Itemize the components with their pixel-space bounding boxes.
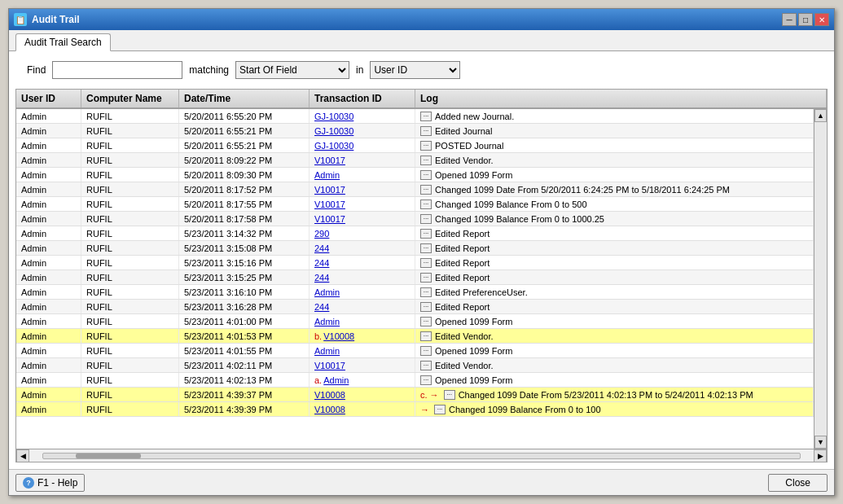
- cell-computer: RUFIL: [81, 314, 179, 328]
- transaction-link[interactable]: Admin: [314, 287, 340, 297]
- h-scroll-thumb[interactable]: [76, 454, 141, 458]
- transaction-link[interactable]: V10008: [314, 390, 345, 400]
- cell-computer: RUFIL: [81, 109, 179, 123]
- table-header: User ID Computer Name Date/Time Transact…: [16, 90, 827, 109]
- horizontal-scrollbar[interactable]: ◀ ▶: [16, 449, 827, 462]
- table-row: AdminRUFIL5/23/2011 4:39:39 PMV10008→ ··…: [16, 402, 814, 417]
- transaction-link[interactable]: 244: [314, 258, 329, 268]
- tab-audit-trail-search[interactable]: Audit Trail Search: [15, 33, 111, 51]
- transaction-link[interactable]: V10017: [314, 185, 345, 195]
- cell-user-id: Admin: [16, 197, 81, 211]
- cell-user-id: Admin: [16, 270, 81, 284]
- in-dropdown[interactable]: User ID Computer Name Transaction ID Log: [370, 61, 460, 79]
- cell-log: ···Edited Report: [415, 241, 814, 255]
- log-text: Changed 1099 Balance From 0 to 100: [449, 405, 601, 414]
- cell-datetime: 5/20/2011 6:55:21 PM: [179, 138, 310, 152]
- scroll-down-button[interactable]: ▼: [814, 436, 827, 449]
- scroll-right-button[interactable]: ▶: [814, 449, 827, 462]
- log-text: Edited Vendor.: [435, 156, 494, 165]
- scroll-left-button[interactable]: ◀: [16, 449, 29, 462]
- table-row: AdminRUFIL5/23/2011 4:01:55 PMAdmin···Op…: [16, 344, 814, 358]
- cell-user-id: Admin: [16, 168, 81, 182]
- cell-user-id: Admin: [16, 314, 81, 328]
- transaction-link[interactable]: 244: [314, 273, 329, 283]
- cell-transaction-id: 244: [310, 270, 415, 284]
- maximize-button[interactable]: □: [798, 13, 813, 26]
- cell-datetime: 5/20/2011 8:17:52 PM: [179, 182, 310, 196]
- matching-label: matching: [189, 64, 229, 76]
- audit-table: User ID Computer Name Date/Time Transact…: [15, 89, 828, 462]
- cell-transaction-id: Admin: [310, 285, 415, 299]
- cell-user-id: Admin: [16, 256, 81, 270]
- table-body[interactable]: AdminRUFIL5/20/2011 6:55:20 PMGJ-10030··…: [16, 109, 814, 417]
- table-row: AdminRUFIL5/20/2011 8:17:52 PMV10017···C…: [16, 182, 814, 197]
- cell-datetime: 5/20/2011 8:17:58 PM: [179, 212, 310, 226]
- content-area: Find matching Start Of Field Any Part Of…: [9, 51, 834, 469]
- help-button[interactable]: ? F1 - Help: [15, 474, 85, 492]
- table-row: AdminRUFIL5/23/2011 4:39:37 PMV10008c. →…: [16, 388, 814, 402]
- cell-datetime: 5/23/2011 4:01:53 PM: [179, 329, 310, 343]
- window-close-button[interactable]: ✕: [814, 13, 829, 26]
- cell-computer: RUFIL: [81, 285, 179, 299]
- transaction-link[interactable]: 244: [314, 243, 329, 253]
- cell-computer: RUFIL: [81, 402, 179, 416]
- log-icon: ···: [420, 375, 432, 385]
- find-input[interactable]: [52, 61, 182, 79]
- table-row: AdminRUFIL5/20/2011 6:55:20 PMGJ-10030··…: [16, 109, 814, 124]
- table-row: AdminRUFIL5/20/2011 6:55:21 PMGJ-10030··…: [16, 124, 814, 138]
- title-controls: ─ □ ✕: [782, 13, 829, 26]
- transaction-link[interactable]: GJ-10030: [314, 126, 353, 136]
- scroll-track: [814, 122, 827, 436]
- log-text: Opened 1099 Form: [435, 375, 512, 385]
- table-row: AdminRUFIL5/20/2011 8:09:22 PMV10017···E…: [16, 153, 814, 168]
- cell-computer: RUFIL: [81, 344, 179, 357]
- table-row: AdminRUFIL5/23/2011 3:15:16 PM244···Edit…: [16, 256, 814, 270]
- transaction-link[interactable]: V10017: [314, 214, 345, 224]
- cell-user-id: Admin: [16, 226, 81, 240]
- transaction-link[interactable]: Admin: [314, 317, 340, 327]
- transaction-link[interactable]: V10017: [314, 361, 345, 370]
- cell-log: ···Changed 1099 Date From 5/20/2011 6:24…: [415, 182, 814, 196]
- transaction-link[interactable]: Admin: [323, 375, 349, 385]
- cell-transaction-id: 244: [310, 241, 415, 255]
- log-icon: ···: [420, 243, 432, 253]
- transaction-link[interactable]: GJ-10030: [314, 112, 353, 121]
- cell-user-id: Admin: [16, 402, 81, 416]
- cell-user-id: Admin: [16, 241, 81, 255]
- title-bar: 📋 Audit Trail ─ □ ✕: [9, 9, 834, 30]
- transaction-link[interactable]: V10008: [314, 405, 345, 414]
- cell-log: ···Opened 1099 Form: [415, 344, 814, 357]
- log-icon: ···: [420, 361, 432, 370]
- title-bar-left: 📋 Audit Trail: [14, 13, 80, 26]
- minimize-button[interactable]: ─: [782, 13, 797, 26]
- transaction-link[interactable]: GJ-10030: [314, 141, 353, 151]
- scroll-up-button[interactable]: ▲: [814, 109, 827, 122]
- transaction-link[interactable]: 290: [314, 229, 329, 239]
- matching-dropdown[interactable]: Start Of Field Any Part Of Field Exact M…: [235, 61, 349, 79]
- transaction-link[interactable]: V10017: [314, 156, 345, 165]
- close-button[interactable]: Close: [768, 474, 828, 492]
- log-icon: ···: [420, 126, 432, 136]
- log-icon: ···: [420, 229, 432, 239]
- h-scroll-track: [42, 453, 801, 459]
- log-text: Edited Report: [435, 243, 490, 253]
- cell-computer: RUFIL: [81, 212, 179, 226]
- vertical-scrollbar[interactable]: ▲ ▼: [814, 109, 827, 449]
- transaction-link[interactable]: V10017: [314, 199, 345, 209]
- cell-user-id: Admin: [16, 300, 81, 313]
- transaction-link[interactable]: V10008: [323, 331, 354, 341]
- transaction-link[interactable]: 244: [314, 302, 329, 312]
- cell-user-id: Admin: [16, 388, 81, 401]
- log-text: Opened 1099 Form: [435, 170, 512, 180]
- col-datetime: Date/Time: [179, 90, 310, 107]
- cell-user-id: Admin: [16, 109, 81, 123]
- transaction-link[interactable]: Admin: [314, 170, 340, 180]
- cell-datetime: 5/23/2011 3:15:16 PM: [179, 256, 310, 270]
- cell-transaction-id: V10017: [310, 197, 415, 211]
- cell-transaction-id: V10017: [310, 182, 415, 196]
- transaction-link[interactable]: Admin: [314, 346, 340, 356]
- log-icon: ···: [420, 302, 432, 312]
- main-window: 📋 Audit Trail ─ □ ✕ Audit Trail Search F…: [8, 8, 835, 496]
- log-text: Edited Vendor.: [435, 361, 494, 370]
- log-icon: ···: [420, 287, 432, 297]
